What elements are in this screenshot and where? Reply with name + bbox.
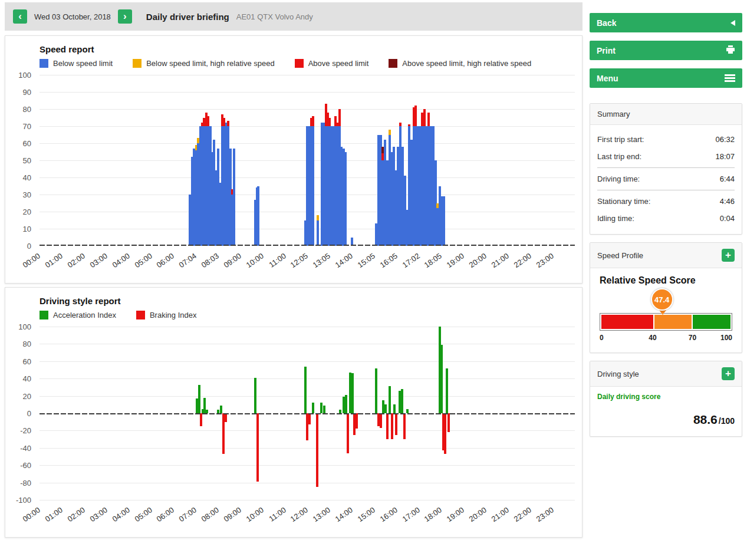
x-axis-tick-text: 05:00 [133,505,153,523]
gridline [40,448,575,449]
x-axis-tick-text: 15:00 [356,505,377,523]
summary-row-value: 18:07 [715,152,735,161]
legend-label: Braking Index [150,311,197,319]
next-day-button[interactable]: › [118,9,132,24]
acceleration-bar [393,404,396,413]
topbar: ‹ Wed 03 October, 2018 › Daily driver br… [5,2,583,31]
summary-card: Summary First trip start:06:32Last trip … [590,103,742,235]
acceleration-bar [220,406,222,413]
menu-button-label: Menu [597,74,618,83]
gridline [40,396,575,397]
daily-driving-score-value: 88.6 [693,413,718,426]
y-axis-tick-label: 10 [23,225,31,233]
legend-item: Above speed limit [295,59,369,68]
summary-row-label: Last trip end: [597,152,641,161]
y-axis-tick-label: 80 [23,105,31,114]
legend-label: Below speed limit [53,59,113,68]
x-axis-tick-text: 14:00 [334,251,354,269]
gridline [40,361,575,362]
relative-speed-score-title: Relative Speed Score [590,275,742,286]
driving-style-chart: 100806040200-20-40-60-80-100 00:0001:000… [12,327,575,535]
x-axis-tick-text: 23:00 [534,505,555,523]
summary-row-value: 4:46 [720,197,735,206]
legend-label: Acceleration Index [53,311,116,319]
acceleration-bar [312,403,314,413]
prev-day-button[interactable]: ‹ [13,9,27,24]
braking-bar [347,413,349,453]
legend-item: Below speed limit, high relative speed [133,59,275,68]
braking-bar [391,413,393,439]
legend-swatch-icon [40,59,48,68]
legend-label: Below speed limit, high relative speed [146,59,275,68]
expand-speed-profile-button[interactable]: + [722,249,735,262]
speed-score-gauge: 47.4 04070100 [600,313,732,344]
x-axis-tick-text: 03:00 [88,505,109,523]
legend-swatch-icon [389,59,397,68]
gridline [40,344,575,344]
gridline [40,327,575,327]
gauge-scale: 04070100 [600,334,732,344]
print-button[interactable]: Print [590,41,742,60]
x-axis-tick-text: 22:00 [512,505,532,523]
speed-bar-above-limit [338,109,341,126]
x-axis-tick-text: 05:00 [133,251,153,269]
braking-bar [386,413,389,439]
x-axis-tick-text: 11:00 [267,505,287,523]
x-axis-tick-text: 19:00 [445,505,466,523]
speed-bar-above-limit [207,116,209,126]
x-axis-tick-text: 20:00 [468,251,488,269]
speed-bar-below-limit [233,149,235,246]
x-axis-tick-text: 21:00 [490,505,511,523]
x-axis-tick-text: 01:00 [44,505,64,523]
x-axis-tick-text: 00:00 [21,251,42,269]
gridline [40,378,575,379]
legend-swatch-icon [133,59,141,68]
print-button-label: Print [597,46,616,55]
speed-y-axis: 1009080706050403020100 [12,75,36,246]
app: ‹ Wed 03 October, 2018 › Daily driver br… [0,0,747,538]
legend-swatch-icon [295,59,304,68]
driving-style-card-header: Driving style + [590,361,742,387]
acceleration-bar [446,368,448,413]
summary-row: First trip start:06:32 [597,131,735,148]
gauge-segment [692,315,730,329]
zero-axis-line [40,245,575,246]
speed-plot [40,75,575,246]
summary-row: Driving time:6:44 [597,170,735,187]
summary-row-label: Idling time: [597,214,634,223]
menu-button[interactable]: Menu [590,68,742,88]
y-axis-tick-label: 0 [27,409,31,418]
legend-item: Above speed limit, high relative speed [389,59,531,68]
y-axis-tick-label: 60 [23,139,31,148]
acceleration-bar [384,404,387,413]
x-axis-tick-text: 17:00 [400,505,421,523]
speed-bar-above-limit [399,123,402,126]
legend-label: Above speed limit [308,59,369,68]
x-axis-tick-text: 10:00 [244,251,265,269]
speed-bar-below-limit [443,196,445,246]
y-axis-tick-label: -100 [16,496,31,505]
y-axis-tick-label: 0 [27,242,31,251]
x-axis-tick-text: 06:00 [155,505,176,523]
acceleration-bar [320,403,323,413]
x-axis-tick-text: 06:00 [155,251,176,269]
y-axis-tick-label: 50 [23,156,31,165]
speed-bar-above-limit [227,121,229,126]
x-axis-tick-text: 23:00 [534,251,555,269]
acceleration-bar [401,389,403,413]
x-axis-tick-text: 09:00 [222,251,243,269]
x-axis-tick-text: 15:05 [356,251,377,269]
summary-card-header: Summary [590,104,742,125]
back-button[interactable]: Back [590,13,742,32]
speed-bar-below-limit [257,186,259,246]
speed-chart: 1009080706050403020100 00:0001:0002:0003… [12,75,575,281]
speed-score-marker: 47.4 [651,288,674,320]
acceleration-bar [375,368,377,413]
speed-bar-above-limit [312,116,314,126]
date-label: Wed 03 October, 2018 [34,12,111,21]
expand-driving-style-button[interactable]: + [722,367,735,380]
daily-driving-score-label: Daily driving score [597,393,735,401]
x-axis-tick-text: 02:00 [66,505,87,523]
driving-style-title: Driving style report [40,296,575,306]
y-axis-tick-label: 20 [23,207,31,216]
